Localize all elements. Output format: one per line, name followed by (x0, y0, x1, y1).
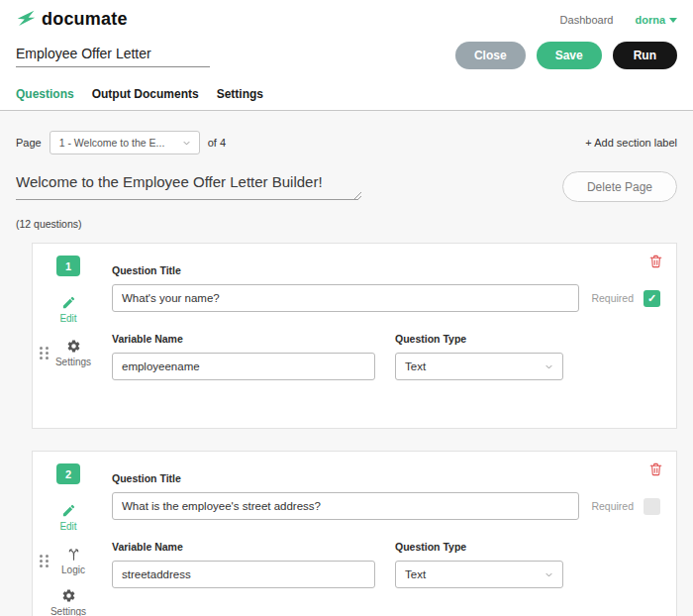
drag-handle-icon[interactable] (40, 555, 49, 567)
pencil-icon (61, 295, 76, 310)
questions-panel: Page 1 - Welcome to the E... of 4 + Add … (0, 111, 693, 616)
tab-bar: Questions Output Documents Settings (0, 82, 693, 111)
pencil-icon (61, 503, 76, 518)
gear-icon (66, 339, 81, 354)
edit-label: Edit (59, 521, 76, 532)
question-2-title-input[interactable] (112, 492, 579, 520)
toolbar-actions: Close Save Run (455, 42, 677, 69)
document-title-input[interactable] (16, 44, 210, 67)
logo-text: documate (42, 9, 128, 30)
question-count: (12 questions) (16, 218, 677, 230)
chevron-down-icon (544, 569, 554, 580)
tab-questions[interactable]: Questions (16, 82, 74, 110)
branch-icon (66, 547, 81, 562)
settings-label: Settings (55, 357, 91, 367)
question-2-body: Question Title Required Variable Name Qu… (112, 452, 676, 616)
page-bar: Page 1 - Welcome to the E... of 4 + Add … (16, 131, 677, 154)
required-label: Required (591, 500, 634, 512)
tab-output-documents[interactable]: Output Documents (92, 82, 199, 110)
question-2-variable-input[interactable] (112, 561, 375, 588)
page-label: Page (16, 137, 42, 149)
dashboard-link[interactable]: Dashboard (560, 14, 614, 26)
question-2-edit-button[interactable]: Edit (47, 503, 90, 532)
drag-handle-icon[interactable] (40, 347, 49, 359)
section-title-row: Delete Page (16, 171, 677, 202)
question-1-type-field: Question Type Text (395, 333, 563, 380)
section-title-input[interactable] (16, 171, 358, 200)
question-2-logic-button[interactable]: Logic (51, 547, 95, 575)
question-2-delete-button[interactable] (648, 462, 663, 477)
app-window: documate Dashboard dorna Close Save Run … (0, 0, 693, 616)
settings-label: Settings (50, 606, 86, 616)
document-toolbar: Close Save Run (0, 34, 693, 82)
chevron-down-icon (544, 361, 554, 372)
question-2-rail: 2 Edit Logic Settings (33, 452, 112, 616)
gear-icon (61, 588, 76, 603)
question-1-rail: 1 Edit Settings (33, 244, 112, 428)
question-2-rail-row: Logic (33, 547, 112, 575)
delete-page-button[interactable]: Delete Page (562, 171, 677, 202)
add-section-label-link[interactable]: + Add section label (585, 137, 677, 149)
edit-label: Edit (59, 313, 76, 324)
question-1-rail-row: Settings (33, 339, 112, 367)
page-selector-group: Page 1 - Welcome to the E... of 4 (16, 131, 226, 154)
logic-label: Logic (61, 565, 85, 575)
question-1-body: Question Title Required Variable Name Qu… (112, 244, 676, 428)
question-1-delete-button[interactable] (648, 254, 663, 269)
save-button[interactable]: Save (537, 42, 602, 69)
documate-logo-icon (16, 9, 37, 30)
chevron-down-icon (181, 138, 192, 149)
user-name: dorna (635, 14, 665, 26)
question-2-type-field: Question Type Text (395, 541, 563, 588)
question-1-required-group: Required (579, 290, 660, 307)
question-1-title-input[interactable] (112, 284, 579, 312)
top-nav: Dashboard dorna (560, 14, 677, 26)
page-count-label: of 4 (208, 137, 226, 149)
question-type-label: Question Type (395, 333, 563, 345)
question-1-number-badge: 1 (56, 256, 80, 276)
question-2-meta-row: Variable Name Question Type Text (112, 541, 660, 588)
question-1-title-row: Required (112, 284, 660, 312)
question-title-label: Question Title (112, 472, 660, 484)
question-2-settings-button[interactable]: Settings (47, 588, 90, 616)
section-title-wrap (16, 171, 358, 200)
question-1-meta-row: Variable Name Question Type Text (112, 333, 660, 380)
question-card-1: 1 Edit Settings Question Title (32, 243, 677, 429)
variable-name-label: Variable Name (112, 541, 375, 553)
trash-icon (648, 254, 663, 269)
question-1-settings-button[interactable]: Settings (51, 339, 95, 367)
page-select[interactable]: 1 - Welcome to the E... (50, 131, 200, 154)
question-1-required-checkbox[interactable] (644, 290, 660, 307)
question-2-type-value: Text (405, 568, 426, 580)
question-title-label: Question Title (112, 264, 660, 276)
close-button[interactable]: Close (455, 42, 526, 69)
required-label: Required (591, 292, 634, 304)
documate-logo: documate (16, 9, 128, 30)
question-2-required-group: Required (579, 498, 660, 515)
question-1-type-value: Text (405, 360, 426, 372)
question-2-required-checkbox[interactable] (644, 498, 660, 515)
question-card-2: 2 Edit Logic Settings (32, 451, 677, 616)
variable-name-label: Variable Name (112, 333, 375, 345)
question-2-variable-field: Variable Name (112, 541, 375, 588)
question-1-variable-input[interactable] (112, 353, 375, 380)
question-1-edit-button[interactable]: Edit (47, 295, 90, 324)
question-2-title-row: Required (112, 492, 660, 520)
resize-handle-icon[interactable] (353, 186, 362, 195)
question-type-label: Question Type (395, 541, 563, 553)
question-1-variable-field: Variable Name (112, 333, 375, 380)
question-2-number-badge: 2 (56, 463, 80, 484)
page-select-value: 1 - Welcome to the E... (59, 137, 165, 149)
run-button[interactable]: Run (613, 42, 677, 69)
trash-icon (648, 462, 663, 477)
user-menu[interactable]: dorna (635, 14, 677, 26)
question-1-type-select[interactable]: Text (395, 353, 563, 380)
tab-settings[interactable]: Settings (217, 82, 263, 110)
question-2-type-select[interactable]: Text (395, 561, 563, 588)
top-bar: documate Dashboard dorna (0, 0, 693, 34)
caret-down-icon (669, 18, 677, 23)
